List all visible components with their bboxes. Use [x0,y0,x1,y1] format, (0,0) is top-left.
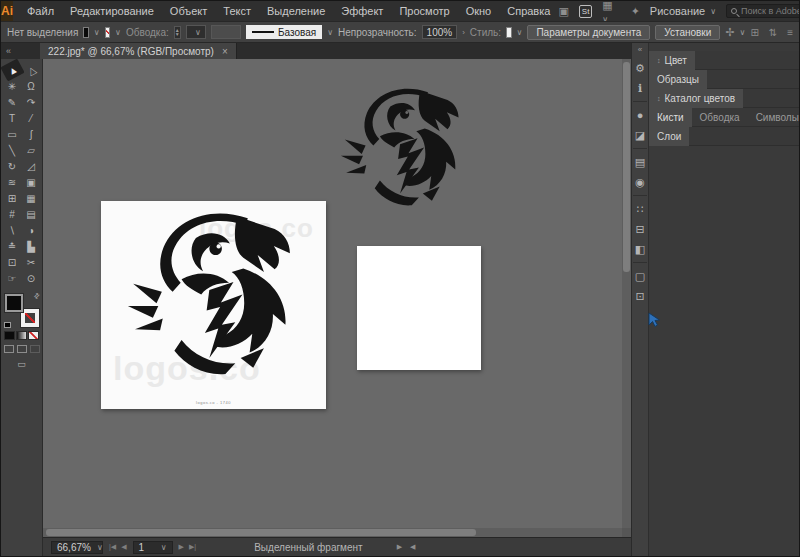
color-mode-button[interactable] [4,331,15,340]
brush-definition-dropdown[interactable]: Базовая [246,25,322,39]
artboard-number-field[interactable]: 1 ∨ [133,541,173,554]
close-tab-icon[interactable]: × [222,46,228,57]
zoom-tool[interactable]: ⊙ [22,270,41,286]
graphic-style-swatch[interactable] [506,27,511,38]
menu-object[interactable]: Объект [162,1,215,21]
preferences-button[interactable]: Установки [655,25,720,40]
next-artboard-button[interactable]: ▶ [179,543,184,551]
artboards-panel-icon[interactable]: ⊡ [632,286,648,306]
draw-normal-button[interactable] [4,345,14,353]
adobe-stock-icon[interactable]: St [579,5,593,18]
fill-swatch[interactable] [5,294,23,312]
status-back-icon[interactable]: ◀ [410,543,415,551]
isolate-selection-icon[interactable]: ✢ [725,26,734,39]
white-rectangle-object[interactable] [357,246,481,370]
collapse-dock-icon[interactable]: « [638,45,642,54]
swatches-panel-icon[interactable]: ◪ [632,125,648,145]
panel-menu-icon[interactable]: ≡ [787,27,793,38]
pen-tool[interactable]: ✎ [3,94,22,110]
layers-panel-header[interactable]: Слои ≡ [649,127,800,146]
chevron-down-icon[interactable]: ∨ [740,28,746,37]
line-segment-tool[interactable]: ⁄ [22,110,41,126]
eagle-artwork-traced[interactable] [337,64,467,236]
mesh-tool[interactable]: # [3,206,22,222]
placed-image[interactable]: logos.co logos.co logos.co - 1740 [101,201,326,409]
slice-tool[interactable]: ✂ [22,254,41,270]
gradient-mode-button[interactable] [16,331,27,340]
menu-type[interactable]: Текст [215,1,259,21]
default-fill-stroke-icon[interactable] [4,322,11,328]
menu-edit[interactable]: Редактирование [62,1,162,21]
stroke-panel-tab[interactable]: Обводка [692,108,748,127]
workspace-switcher[interactable]: Рисование ∨ [650,5,716,17]
arrange-documents-icon[interactable]: ▦ ∨ [602,0,620,24]
app-frame-icon[interactable]: ▣ [558,5,568,18]
last-artboard-button[interactable]: ▶| [189,543,196,551]
chevron-down-icon[interactable]: ∨ [327,28,333,37]
stroke-swatch[interactable] [21,309,39,327]
none-mode-button[interactable] [28,331,39,340]
fill-color-swatch[interactable] [83,27,88,38]
arrange-panel-icon[interactable]: ⊟ [632,219,648,239]
hand-tool[interactable]: ☞ [3,270,22,286]
perspective-grid-tool[interactable]: ▦ [22,190,41,206]
layers-panel-tab[interactable]: Слои [649,127,689,146]
width-tool[interactable]: ≋ [3,174,22,190]
canvas-area[interactable]: logos.co logos.co logos.co - 1740 [43,59,631,537]
eraser-tool[interactable]: ▱ [22,142,41,158]
vertical-scrollbar[interactable] [622,59,631,528]
chevron-right-icon[interactable]: › [462,28,465,37]
chevron-down-icon[interactable]: ∨ [94,28,100,37]
pencil-tool[interactable]: ╲ [3,142,22,158]
transparency-panel-icon[interactable]: ◉ [632,172,648,192]
gear-icon[interactable]: ⚙ [632,58,648,78]
rectangle-tool[interactable]: ▭ [3,126,22,142]
lasso-tool[interactable]: Ω [22,78,41,94]
menu-file[interactable]: Файл [19,1,62,21]
swatches-panel-header[interactable]: Образцы ≡ [649,70,800,89]
column-graph-tool[interactable]: ▙ [22,238,41,254]
rotate-tool[interactable]: ↻ [3,158,22,174]
horizontal-scrollbar[interactable] [43,528,622,537]
draw-inside-button[interactable] [30,345,40,353]
gradient-tool[interactable]: ▤ [22,206,41,222]
appearance-panel-icon[interactable]: ▢ [632,266,648,286]
menu-effect[interactable]: Эффект [333,1,391,21]
previous-artboard-button[interactable]: ◀ [121,543,126,551]
magic-wand-tool[interactable]: ✳ [3,78,22,94]
type-tool[interactable]: T [3,110,22,126]
swap-fill-stroke-icon[interactable]: ⇄ [32,291,42,301]
opacity-field[interactable]: 100% [422,25,458,39]
first-artboard-button[interactable]: |◀ [109,543,116,551]
menu-help[interactable]: Справка [499,1,558,21]
vertical-scrollbar-thumb[interactable] [623,62,630,272]
color-panel-tab[interactable]: ↕Цвет [649,51,695,70]
search-input[interactable]: Поиск в Adobe Stock [726,4,800,18]
brushes-panel-header[interactable]: Кисти Обводка Символы ≡ [649,108,800,127]
blend-tool[interactable]: ◑ [22,222,41,238]
info-icon[interactable]: ℹ [632,78,648,98]
menu-select[interactable]: Выделение [259,1,333,21]
collapse-tools-icon[interactable]: « [1,46,16,56]
zoom-level-field[interactable]: 66,67% ∨ [51,541,103,554]
document-setup-button[interactable]: Параметры документа [527,25,650,40]
brushes-panel-tab[interactable]: Кисти [649,108,692,127]
color-panel-header[interactable]: ↕Цвет ≡ [649,51,800,70]
align-panel-icon[interactable]: ∷ [632,199,648,219]
menu-window[interactable]: Окно [458,1,500,21]
swatches-panel-tab[interactable]: Образцы [649,70,707,89]
color-guide-panel-header[interactable]: ↕Каталог цветов ≡ [649,89,800,108]
color-panel-icon[interactable]: ● [632,105,648,125]
stroke-color-swatch[interactable] [105,27,110,38]
paintbrush-tool[interactable]: ʃ [22,126,41,142]
color-guide-panel-tab[interactable]: ↕Каталог цветов [649,89,743,108]
symbols-panel-tab[interactable]: Символы [748,108,800,127]
dock-icon-b[interactable]: ⇅ [769,27,777,38]
status-forward-icon[interactable]: ▶ [397,543,402,551]
chevron-down-icon[interactable]: ∨ [115,28,121,37]
scale-tool[interactable]: ◿ [22,158,41,174]
share-icon[interactable]: ✦ [631,5,640,18]
dock-icon-a[interactable]: ⊞ [750,27,758,38]
shape-builder-tool[interactable]: ⊞ [3,190,22,206]
menu-view[interactable]: Просмотр [391,1,457,21]
